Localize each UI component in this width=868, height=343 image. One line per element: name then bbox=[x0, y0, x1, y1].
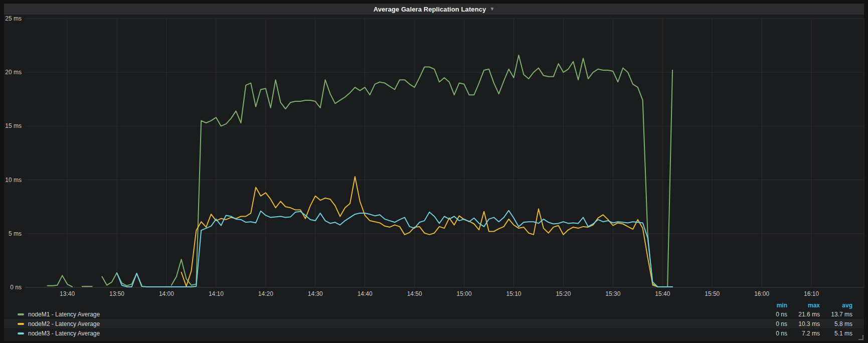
y-axis-tick-label: 15 ms bbox=[5, 122, 22, 129]
x-axis-tick-label: 15:30 bbox=[605, 290, 620, 297]
series-label[interactable]: nodeM3 - Latency Average bbox=[28, 330, 100, 337]
y-axis-tick-label: 10 ms bbox=[5, 177, 22, 184]
legend-stats-header: min max avg bbox=[4, 301, 864, 309]
stat-avg-value: 5.1 ms bbox=[820, 330, 852, 337]
x-axis-tick-label: 14:10 bbox=[209, 290, 224, 297]
caret-down-icon[interactable]: ▼ bbox=[489, 7, 494, 12]
y-axis-tick-label: 20 ms bbox=[5, 69, 22, 76]
legend-row-nodeM2[interactable]: nodeM2 - Latency Average 0 ns 10.3 ms 5.… bbox=[4, 319, 864, 328]
x-axis-tick-label: 14:40 bbox=[358, 290, 373, 297]
x-axis-tick-label: 13:40 bbox=[60, 290, 75, 297]
stat-min-value: 0 ns bbox=[755, 311, 787, 318]
series-line-1 bbox=[182, 177, 658, 287]
stat-header-max[interactable]: max bbox=[787, 302, 820, 309]
stat-max-value: 10.3 ms bbox=[787, 320, 820, 327]
x-axis-tick-label: 14:20 bbox=[258, 290, 273, 297]
x-axis-tick-label: 14:30 bbox=[308, 290, 323, 297]
x-axis-tick-label: 16:10 bbox=[804, 290, 819, 297]
stat-min-value: 0 ns bbox=[755, 320, 787, 327]
y-axis-tick-label: 5 ms bbox=[9, 230, 22, 237]
stat-avg-value: 13.7 ms bbox=[820, 311, 852, 318]
latency-line-chart: 0 ns5 ms10 ms15 ms20 ms25 ms13:4013:5014… bbox=[0, 0, 868, 301]
series-line-2 bbox=[117, 211, 672, 287]
series-label[interactable]: nodeM2 - Latency Average bbox=[28, 320, 100, 327]
series-label[interactable]: nodeM1 - Latency Average bbox=[28, 311, 100, 318]
legend-row-nodeM3[interactable]: nodeM3 - Latency Average 0 ns 7.2 ms 5.1… bbox=[4, 328, 864, 338]
series-swatch-icon[interactable] bbox=[18, 313, 24, 315]
grafana-panel: Average Galera Replication Latency ▼ 0 n… bbox=[0, 0, 868, 343]
chart-canvas[interactable]: 0 ns5 ms10 ms15 ms20 ms25 ms13:4013:5014… bbox=[0, 0, 868, 301]
x-axis-tick-label: 14:00 bbox=[159, 290, 174, 297]
x-axis-tick-label: 15:00 bbox=[457, 290, 472, 297]
panel-title[interactable]: Average Galera Replication Latency bbox=[374, 6, 486, 13]
panel-header[interactable]: Average Galera Replication Latency ▼ bbox=[4, 4, 864, 15]
stat-header-min[interactable]: min bbox=[755, 302, 787, 309]
stat-min-value: 0 ns bbox=[755, 330, 787, 337]
series-line-0 bbox=[48, 55, 673, 287]
series-swatch-icon[interactable] bbox=[18, 323, 24, 325]
stat-max-value: 21.6 ms bbox=[787, 311, 820, 318]
legend-row-nodeM1[interactable]: nodeM1 - Latency Average 0 ns 21.6 ms 13… bbox=[4, 309, 864, 319]
y-axis-tick-label: 0 ns bbox=[10, 284, 22, 291]
x-axis-tick-label: 16:00 bbox=[754, 290, 769, 297]
x-axis-tick-label: 14:50 bbox=[407, 290, 422, 297]
panel-resize-handle-icon[interactable] bbox=[858, 335, 863, 340]
legend: min max avg nodeM1 - Latency Average 0 n… bbox=[4, 301, 864, 338]
y-axis-tick-label: 25 ms bbox=[5, 15, 22, 22]
x-axis-tick-label: 15:50 bbox=[705, 290, 720, 297]
stat-avg-value: 5.8 ms bbox=[820, 320, 852, 327]
stat-max-value: 7.2 ms bbox=[787, 330, 820, 337]
x-axis-tick-label: 15:40 bbox=[655, 290, 670, 297]
x-axis-tick-label: 15:20 bbox=[556, 290, 571, 297]
series-swatch-icon[interactable] bbox=[18, 332, 24, 334]
x-axis-tick-label: 15:10 bbox=[506, 290, 521, 297]
x-axis-tick-label: 13:50 bbox=[109, 290, 124, 297]
stat-header-avg[interactable]: avg bbox=[820, 302, 852, 309]
